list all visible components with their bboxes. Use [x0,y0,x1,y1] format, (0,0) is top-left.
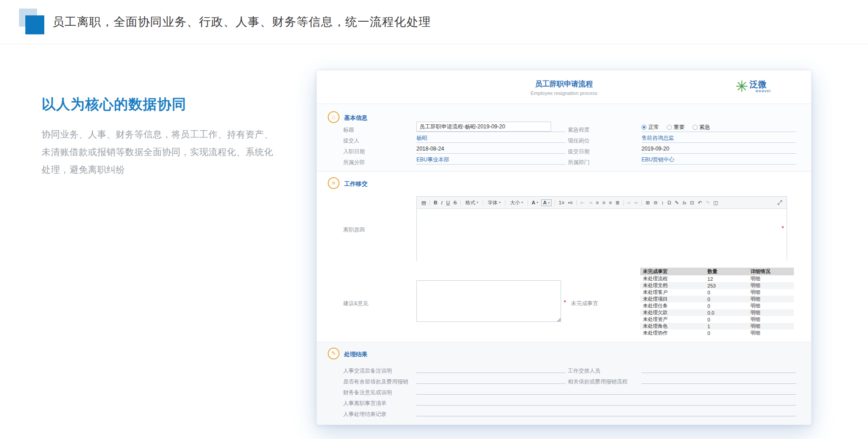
unlink-icon: ∞ [632,198,640,208]
suggestion-textarea[interactable] [416,280,561,322]
size-select[interactable]: 大小▾ [507,198,526,208]
submitter-value[interactable]: 杨昭 [416,133,566,143]
radio-label: 紧急 [699,123,710,132]
pending-cell: 未处理角色 [640,323,705,330]
indent-icon: ⇥ [586,198,594,208]
pending-detail-link[interactable]: 明细 [748,323,794,330]
format-select[interactable]: 格式▾ [462,198,481,208]
format-painter-icon[interactable]: ✎ [673,198,680,208]
department-value[interactable]: EBU营销中心 [642,155,796,165]
pending-cell: 未处理协作 [640,330,705,336]
section-basic-info: ⌂ 基本信息 标题 紧急程度 正常 重要 紧急 [317,104,811,172]
rich-text-editor: ▤BIUS格式▾字体▾大小▾A▾A▾1≡•≡⇤⇥≡≡≡≣∞∞⊞⊖↕Ω✎Ix⊡↶↷… [416,196,787,261]
dropdown-caret-icon: ▾ [521,198,523,208]
field-label-division: 所属分部 [343,159,365,166]
editor-body[interactable] [417,209,787,261]
pending-detail-link[interactable]: 明细 [748,302,794,309]
font-select[interactable]: 字体▾ [485,198,504,208]
pending-detail-link[interactable]: 明细 [748,316,794,323]
field-label-submitter: 提交人 [343,137,359,145]
underline-icon[interactable]: U [444,198,452,208]
align-center-icon[interactable]: ≡ [601,198,607,208]
page-title: 员工离职，全面协同业务、行政、人事、财务等信息，统一流程化处理 [52,0,431,44]
image-icon[interactable]: ◫ [712,198,720,208]
pending-detail-link[interactable]: 明细 [748,330,794,336]
pending-cell: 未处理项目 [640,296,705,302]
maximize-icon[interactable]: ⤢ [776,198,784,208]
pending-detail-link[interactable]: 明细 [748,275,794,282]
pending-cell: 12 [705,275,748,282]
hr-checklist-field[interactable] [416,396,796,406]
special-char-icon[interactable]: Ω [665,198,673,208]
intro-heading: 以人为核心的数据协同 [42,95,186,114]
decor-square-dark [25,15,44,34]
basic-info-icon: ⌂ [328,111,340,123]
align-left-icon[interactable]: ≡ [594,198,600,208]
radio-important[interactable]: 重要 [667,123,684,132]
radio-normal[interactable]: 正常 [642,123,659,132]
pending-detail-link[interactable]: 明细 [748,289,794,296]
pending-cell: 未处理任务 [640,302,705,309]
pending-cell: 未处理流程 [640,275,705,282]
hire-date-value[interactable]: 2018-08-24 [416,144,566,154]
hr-record-field[interactable] [416,407,796,416]
pending-table-body: 未处理流程12明细未处理文档253明细未处理客户0明细未处理项目0明细未处理任务… [640,275,794,336]
ordered-list-icon[interactable]: 1≡ [557,198,566,208]
unordered-list-icon[interactable]: •≡ [566,198,574,208]
italic-icon[interactable]: I [439,198,444,208]
pending-cell: 未处理资产 [640,316,705,323]
paste-icon[interactable]: ⊡ [688,198,696,208]
strikethrough-icon[interactable]: S [452,198,458,208]
pending-cell: 1 [705,323,748,330]
link-icon: ∞ [626,198,633,208]
finance-note-field[interactable] [416,385,796,395]
field-label-submit-date: 提交日期 [568,148,590,156]
section-result: ✎ 处理结果 人事交流后备注说明 工作交接人员 是否有余留借款及费用报销 相关借… [317,342,811,425]
pending-table-row: 未处理客户0明细 [640,289,794,296]
basic-info-title: 基本信息 [344,114,368,122]
handover-person-field[interactable] [642,363,796,373]
field-label-pending: 未完成事宜 [571,300,598,307]
remaining-loan-field[interactable] [416,374,566,384]
dropdown-caret-icon: ▾ [548,200,550,206]
field-label-suggestion: 建议&意见 [343,300,368,307]
field-label-hr-note: 人事交流后备注说明 [343,367,392,375]
position-value[interactable]: 售前咨询总监 [642,133,796,143]
title-input[interactable] [416,122,551,132]
pending-detail-link[interactable]: 明细 [748,282,794,289]
pending-table-row: 未处理文档253明细 [640,282,794,289]
pending-detail-link[interactable]: 明细 [748,309,794,316]
text-color-icon[interactable]: A▾ [530,198,540,208]
field-label-urgency: 紧急程度 [568,126,590,134]
related-flow-field[interactable] [642,374,796,384]
bold-icon[interactable]: B [432,198,439,208]
justify-icon[interactable]: ≣ [613,198,621,208]
source-icon[interactable]: ▤ [420,198,428,208]
table-icon[interactable]: ⊞ [644,198,651,208]
radio-urgent[interactable]: 紧急 [693,123,710,132]
line-height-icon[interactable]: ↕ [660,198,666,208]
radio-circle-icon [667,125,672,130]
radio-label: 重要 [674,123,684,132]
field-label-hire-date: 入职日期 [343,148,365,156]
work-transfer-title: 工作移交 [344,180,368,188]
pending-cell: 0 [705,296,748,302]
align-right-icon[interactable]: ≡ [607,198,613,208]
toolbar-separator [623,199,624,206]
work-transfer-icon: ≡ [328,177,340,189]
textarea-resize-handle[interactable] [557,317,561,321]
pending-detail-link[interactable]: 明细 [748,296,794,302]
horizontal-rule-icon[interactable]: ⊖ [651,198,659,208]
submit-date-value[interactable]: 2019-09-20 [642,144,796,154]
toolbar-separator [576,199,577,206]
hr-note-field[interactable] [416,363,566,373]
undo-icon[interactable]: ↶ [696,198,703,208]
bg-color-icon[interactable]: A▾ [541,199,551,206]
result-icon: ✎ [328,348,340,359]
page: 员工离职，全面协同业务、行政、人事、财务等信息，统一流程化处理 以人为核心的数据… [0,0,868,439]
remove-format-icon[interactable]: Ix [681,198,689,208]
pending-cell: 0 [705,316,748,323]
toolbar-separator [483,199,483,206]
pending-header-detail: 详细情况 [748,268,794,275]
division-value[interactable]: EBU事业本部 [416,155,566,165]
